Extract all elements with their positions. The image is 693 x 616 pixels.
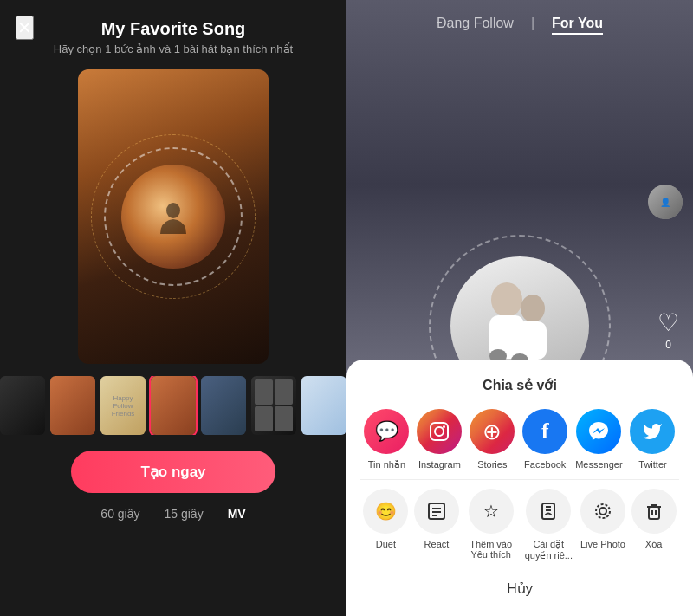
svg-point-17 (599, 508, 606, 515)
action-them-vao-yeu-thich[interactable]: ☆ Thêm vào Yêu thích (465, 489, 517, 561)
action-react[interactable]: React (414, 489, 459, 561)
svg-point-1 (491, 282, 522, 317)
thumbnail-item[interactable] (251, 376, 296, 435)
svg-point-3 (521, 295, 545, 322)
action-cai-dat[interactable]: Cài đặt quyền riê... (522, 489, 574, 561)
tab-for-you[interactable]: For You (552, 16, 603, 35)
grid-cell (275, 379, 293, 405)
page-subtitle: Hãy chọn 1 bức ảnh và 1 bài hát bạn thíc… (54, 42, 293, 55)
svg-point-9 (443, 425, 445, 428)
live-photo-icon (580, 489, 625, 534)
tab-following[interactable]: Đang Follow (437, 16, 514, 35)
thumbnail-row: Happy Follow Friends (0, 376, 346, 435)
svg-point-8 (435, 427, 444, 436)
share-icons-row: 💬 Tin nhắn Instagram ⊕ Stories f Faceboo… (360, 409, 679, 470)
twitter-label: Twitter (638, 459, 666, 470)
thumb-text: Happy Follow Friends (104, 394, 142, 418)
silhouette-icon (152, 195, 195, 238)
grid-cell (255, 379, 273, 405)
react-label: React (424, 539, 450, 549)
messenger-label: Messenger (575, 459, 622, 470)
tinnhan-icon: 💬 (364, 409, 409, 454)
messenger-icon (576, 409, 621, 454)
react-icon (414, 489, 459, 534)
user-avatar[interactable]: 👤 (648, 185, 683, 219)
facebook-icon: f (522, 409, 567, 454)
thumbnail-item[interactable]: Happy Follow Friends (100, 376, 146, 435)
right-panel: Đang Follow | For You (346, 0, 693, 616)
share-bottom-sheet: Chia sẻ với 💬 Tin nhắn Instagram ⊕ Stori… (346, 360, 693, 616)
divider (360, 479, 679, 480)
share-messenger[interactable]: Messenger (575, 409, 622, 470)
cai-dat-label: Cài đặt quyền riê... (522, 539, 574, 561)
close-button[interactable]: ✕ (16, 16, 34, 40)
them-vao-icon: ☆ (469, 489, 514, 534)
thumbnail-item[interactable] (301, 376, 346, 435)
duration-mv[interactable]: MV (228, 507, 246, 521)
create-button[interactable]: Tạo ngay (71, 451, 275, 493)
cai-dat-icon (526, 489, 571, 534)
main-preview (78, 69, 269, 364)
stories-icon: ⊕ (470, 409, 515, 454)
page-title: My Favorite Song (101, 19, 246, 39)
share-facebook[interactable]: f Facebook (522, 409, 567, 470)
like-count: 0 (665, 339, 671, 351)
share-twitter[interactable]: Twitter (630, 409, 675, 470)
duet-label: Duet (376, 539, 396, 549)
left-panel: ✕ My Favorite Song Hãy chọn 1 bức ảnh và… (0, 0, 346, 616)
action-duet[interactable]: 😊 Duet (363, 489, 408, 561)
share-tinnhan[interactable]: 💬 Tin nhắn (364, 409, 409, 470)
svg-rect-7 (431, 423, 448, 440)
avatar-placeholder: 👤 (648, 185, 683, 219)
svg-point-0 (166, 203, 180, 218)
thumbnail-item[interactable] (0, 376, 45, 435)
like-button[interactable]: ♡ 0 (657, 308, 679, 351)
duration-60[interactable]: 60 giây (100, 507, 139, 521)
duet-icon: 😊 (363, 489, 408, 534)
live-photo-label: Live Photo (580, 539, 625, 549)
twitter-icon (630, 409, 675, 454)
nav-divider: | (531, 16, 534, 35)
tinnhan-label: Tin nhắn (368, 459, 405, 470)
top-nav: Đang Follow | For You (346, 0, 693, 50)
thumbnail-item[interactable] (50, 376, 95, 435)
grid-cell (255, 406, 273, 431)
xoa-icon (631, 489, 677, 534)
action-live-photo[interactable]: Live Photo (580, 489, 625, 561)
them-vao-label: Thêm vào Yêu thích (465, 539, 517, 560)
instagram-label: Instagram (418, 459, 461, 470)
duration-row: 60 giây 15 giây MV (100, 507, 245, 521)
svg-point-18 (596, 504, 610, 518)
thumbnail-item-selected[interactable] (151, 376, 196, 435)
instagram-icon (417, 409, 462, 454)
action-icons-row: 😊 Duet React ☆ Thêm vào Yêu thích Cài đặ… (360, 489, 679, 561)
heart-icon: ♡ (657, 308, 679, 337)
facebook-label: Facebook (524, 459, 566, 470)
cancel-button[interactable]: Hủy (360, 570, 679, 607)
svg-rect-19 (649, 507, 659, 519)
grid-cell (275, 406, 293, 431)
duration-15[interactable]: 15 giây (165, 507, 204, 521)
sheet-title: Chia sẻ với (360, 377, 679, 393)
action-xoa[interactable]: Xóa (631, 489, 677, 561)
share-instagram[interactable]: Instagram (417, 409, 462, 470)
photo-circle (121, 165, 225, 269)
share-stories[interactable]: ⊕ Stories (470, 409, 515, 470)
stories-label: Stories (477, 459, 507, 470)
xoa-label: Xóa (645, 539, 663, 549)
thumbnail-item[interactable] (201, 376, 246, 435)
